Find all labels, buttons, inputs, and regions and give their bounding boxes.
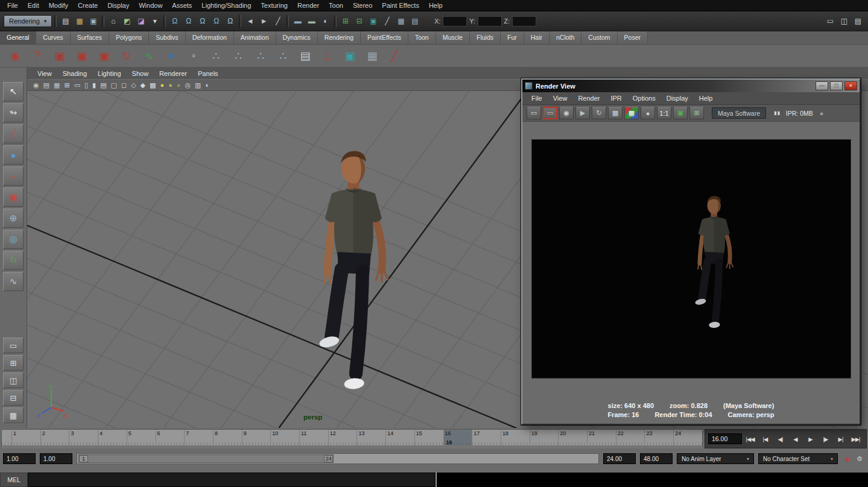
menu-render[interactable]: Render	[293, 0, 324, 11]
tab-painteffects[interactable]: PaintEffects	[361, 31, 408, 44]
menu-stereo[interactable]: Stereo	[348, 0, 377, 11]
region-snap-icon[interactable]: ▣	[673, 107, 688, 119]
command-result-area[interactable]	[436, 473, 868, 487]
last-used-tool[interactable]: ∿	[3, 272, 24, 291]
rv-menu-ipr[interactable]: IPR	[605, 95, 627, 102]
menu-set-selector[interactable]: Rendering ▾	[4, 15, 52, 27]
grid-icon[interactable]: ⊞	[64, 81, 69, 89]
menu-create[interactable]: Create	[73, 0, 103, 11]
exposure-icon[interactable]: ◐	[205, 81, 209, 89]
tab-fluids[interactable]: Fluids	[470, 31, 501, 44]
mel-command-input[interactable]	[28, 473, 436, 487]
shelf-node-a-icon[interactable]: ∴	[208, 48, 224, 64]
shelf-emitter-icon[interactable]: ◦	[186, 48, 201, 64]
range-track[interactable]: 1 24	[77, 453, 599, 464]
lasso-select-tool[interactable]: ↬	[3, 103, 24, 122]
bookmark-icon[interactable]: ▤	[43, 81, 49, 89]
step-back-key-button[interactable]: |◀	[758, 433, 773, 445]
tab-subdivs[interactable]: Subdivs	[149, 31, 185, 44]
timeline-tick[interactable]: 2	[40, 430, 69, 445]
auto-keyframe-icon[interactable]: ◆	[842, 453, 853, 464]
shelf-camera-aim-icon[interactable]: ▣	[74, 48, 90, 64]
vp-menu-view[interactable]: View	[32, 70, 57, 77]
timeline-tick[interactable]: 15	[414, 430, 443, 445]
timeline-tick[interactable]: 16 16	[443, 430, 472, 445]
timeline-tick[interactable]: 22	[616, 430, 645, 445]
redo-render-icon[interactable]: ▭	[527, 107, 541, 119]
output-connections-icon[interactable]: ►	[258, 15, 270, 27]
camera-attrs-icon[interactable]: ◉	[33, 81, 39, 89]
tab-rendering[interactable]: Rendering	[318, 31, 361, 44]
safe-title-icon[interactable]: ◻	[121, 81, 127, 89]
persp-layout-icon[interactable]: ▭	[824, 15, 837, 27]
tab-custom[interactable]: Custom	[581, 31, 617, 44]
timeline-tick[interactable]: 5	[127, 430, 156, 445]
paint-toggle-icon[interactable]: ╱	[381, 15, 393, 27]
timeline-tick[interactable]: 14	[385, 430, 414, 445]
persp-outliner-layout-button[interactable]: ◫	[3, 372, 24, 388]
menu-file[interactable]: File	[2, 0, 23, 11]
timeline-tick[interactable]: 13	[356, 430, 385, 445]
paint-select-tool[interactable]: ╱	[3, 124, 24, 143]
split-layout-icon[interactable]: ◫	[838, 15, 851, 27]
snap-curve-icon[interactable]: Ω	[182, 15, 195, 27]
universal-manipulator-tool[interactable]: ⊕	[3, 209, 24, 228]
snap-point-icon[interactable]: Ω	[196, 15, 209, 27]
step-forward-frame-button[interactable]: |▶	[818, 433, 833, 445]
use-lights-icon[interactable]: ●	[160, 81, 164, 89]
save-scene-icon[interactable]: ▣	[87, 15, 100, 27]
script-editor-icon[interactable]: ▤	[852, 15, 864, 27]
tab-animation[interactable]: Animation	[234, 31, 276, 44]
command-language-label[interactable]: MEL	[0, 473, 28, 487]
rendered-image[interactable]	[531, 139, 851, 379]
maximize-button[interactable]: □	[830, 81, 843, 90]
timeline-tick[interactable]: 10	[270, 430, 299, 445]
timeline-tick[interactable]: 11	[299, 430, 328, 445]
ipr-redo-icon[interactable]: ▶	[575, 107, 590, 119]
textured-icon[interactable]: ▩	[150, 81, 156, 89]
menu-display[interactable]: Display	[103, 0, 134, 11]
timeline-tick[interactable]: 6	[156, 430, 185, 445]
rv-menu-file[interactable]: File	[526, 95, 548, 102]
z-input[interactable]	[512, 16, 536, 27]
render-view-titlebar[interactable]: Render View —□×	[522, 80, 860, 92]
object-mask-icon[interactable]: ◩	[121, 15, 133, 27]
shelf-camera-icon[interactable]: ▣	[52, 48, 68, 64]
timeline-tick[interactable]: 19	[530, 430, 559, 445]
go-to-start-button[interactable]: |◀◀	[743, 433, 758, 445]
tab-polygons[interactable]: Polygons	[109, 31, 149, 44]
vp-menu-show[interactable]: Show	[127, 70, 154, 77]
shelf-node-d-icon[interactable]: ∴	[275, 48, 291, 64]
menu-paint-effects[interactable]: Paint Effects	[377, 0, 424, 11]
menu-toon[interactable]: Toon	[324, 0, 348, 11]
render-current-frame-icon[interactable]: ▬	[291, 15, 304, 27]
shelf-curve-icon[interactable]: ∿	[141, 48, 157, 64]
move-tool[interactable]: +	[3, 166, 24, 186]
tab-deformation[interactable]: Deformation	[186, 31, 234, 44]
mask-expand-icon[interactable]: ▾	[148, 15, 161, 27]
tab-dynamics[interactable]: Dynamics	[276, 31, 318, 44]
persp-graph-layout-button[interactable]: ⊟	[3, 390, 24, 406]
render-region-icon[interactable]: ▭	[543, 107, 557, 119]
single-pane-layout-button[interactable]: ▭	[3, 338, 24, 353]
timeline-tick[interactable]: 9	[242, 430, 271, 445]
timeline-tick[interactable]: 17	[472, 430, 501, 445]
minimize-button[interactable]: —	[816, 81, 828, 90]
snap-grid-icon[interactable]: Ω	[168, 15, 181, 27]
default-light-icon[interactable]: ●	[177, 81, 181, 89]
vp-menu-shading[interactable]: Shading	[57, 70, 92, 77]
timeline-tick[interactable]: 12	[328, 430, 357, 445]
menu-modify[interactable]: Modify	[44, 0, 73, 11]
hypershade-layout-button[interactable]: ▦	[3, 407, 24, 423]
tab-hair[interactable]: Hair	[524, 31, 550, 44]
play-forward-button[interactable]: ▶	[803, 433, 818, 445]
timeline-tick[interactable]: 20	[558, 430, 587, 445]
timeline-tick[interactable]: 23	[644, 430, 673, 445]
timeline-tick[interactable]: 1	[11, 430, 40, 445]
tab-curves[interactable]: Curves	[36, 31, 70, 44]
input-connections-icon[interactable]: ◄	[244, 15, 256, 27]
timeline-tick[interactable]: 24	[673, 430, 702, 445]
xray-icon[interactable]: ▥	[195, 81, 201, 89]
timeline-tick[interactable]: 4	[98, 430, 127, 445]
resolution-gate-icon[interactable]: ▯	[84, 81, 88, 89]
